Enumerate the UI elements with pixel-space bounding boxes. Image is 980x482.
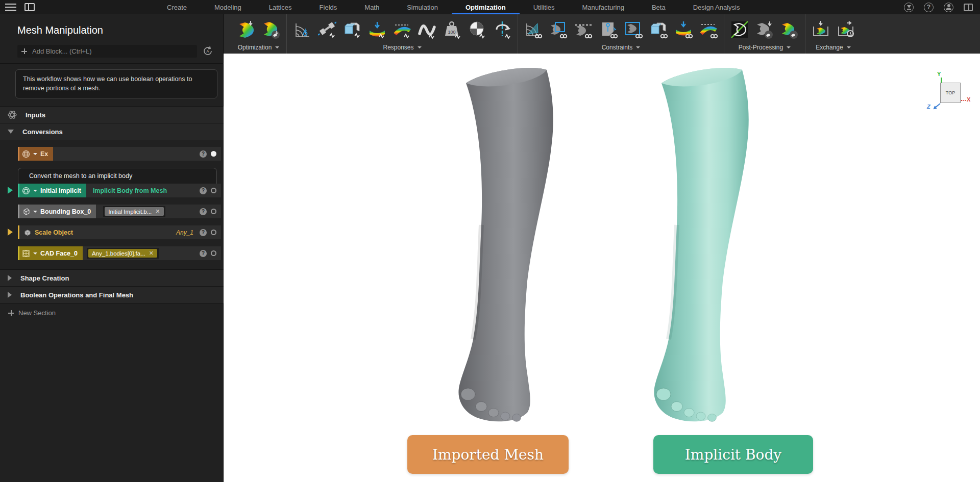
block-status-indicator[interactable] (211, 151, 216, 157)
threshold-result-icon[interactable] (754, 18, 775, 41)
stress-response-icon[interactable] (392, 18, 412, 41)
axis-x-label: X (967, 96, 970, 103)
view-cube[interactable]: TOP (940, 83, 961, 103)
imported-mesh-model[interactable] (447, 62, 569, 426)
moment-of-inertia-response-icon[interactable] (492, 18, 512, 41)
block-status-indicator[interactable] (211, 250, 216, 256)
divider (0, 63, 224, 64)
view-cube-face-label: TOP (946, 90, 955, 95)
remove-icon[interactable]: ✕ (155, 208, 160, 215)
hamburger-menu-icon[interactable] (5, 4, 16, 11)
layout-split-icon[interactable] (24, 3, 35, 11)
input-reference-chip[interactable]: Initial Implicit.b... ✕ (105, 207, 163, 216)
block-help-icon[interactable]: ? (200, 229, 207, 236)
chevron-down-icon (33, 211, 37, 213)
toolbar-dropdown-post-processing[interactable]: Post-Processing (729, 42, 800, 53)
toolbar-dropdown-responses[interactable]: Responses (292, 42, 512, 53)
chevron-down-icon (33, 190, 37, 192)
block-row-initial-implicit: Initial Implicit Implicit Body from Mesh… (18, 184, 221, 197)
notebook-title: Mesh Manipulation (0, 14, 223, 36)
viewport-canvas[interactable]: Imported Mesh Implicit Body TOP Y X Z (224, 54, 980, 482)
account-icon[interactable] (944, 3, 953, 12)
displacement-response-icon[interactable] (367, 18, 387, 41)
block-help-icon[interactable]: ? (200, 208, 207, 215)
extract-result-icon[interactable] (779, 18, 800, 41)
section-shape-creation[interactable]: Shape Creation (0, 269, 224, 287)
section-inputs[interactable]: Inputs (0, 106, 224, 123)
layout-panel-icon[interactable] (964, 4, 973, 11)
topology-optimization-icon[interactable] (236, 18, 256, 41)
overhang-constraint-icon[interactable] (548, 18, 569, 41)
initial-implicit-chip[interactable]: Initial Implicit (18, 184, 86, 197)
toolbar-group-responses: 100 Responses (286, 14, 518, 54)
menu-item-modeling[interactable]: Modeling (201, 0, 255, 14)
menu-item-design-analysis[interactable]: Design Analysis (679, 0, 754, 14)
center-of-gravity-response-icon[interactable] (467, 18, 487, 41)
notebook-sidebar: Mesh Manipulation Add Block... (Ctrl+L) … (0, 14, 224, 482)
conversions-blocks: Ex ? Convert the mesh to an implicit bod… (0, 140, 224, 269)
toolbar-dropdown-constraints[interactable]: Constraints (523, 42, 719, 53)
scale-object-chip[interactable]: Scale Object (19, 225, 78, 239)
frequency-response-icon[interactable] (417, 18, 437, 41)
remove-icon[interactable]: ✕ (149, 250, 154, 257)
input-reference-chip[interactable]: Any_1.bodies[0].fa... ✕ (88, 249, 157, 258)
import-optimization-icon[interactable] (811, 18, 831, 41)
add-block-input[interactable]: Add Block... (Ctrl+L) (17, 45, 197, 58)
menu-item-lattices[interactable]: Lattices (255, 0, 306, 14)
workflow-note: This workflow shows how we can use boole… (15, 69, 217, 98)
menu-item-optimization[interactable]: Optimization (452, 0, 520, 14)
toolbar-group-exchange: Exchange (805, 14, 861, 54)
mass-response-icon[interactable]: 100 (442, 18, 462, 41)
axis-y-line (941, 78, 942, 83)
implicit-body-model[interactable] (642, 62, 765, 426)
field-response-icon[interactable] (292, 18, 312, 41)
menu-item-fields[interactable]: Fields (306, 0, 351, 14)
run-block-icon[interactable] (8, 187, 13, 194)
tensile-response-icon[interactable] (317, 18, 337, 41)
new-section-button[interactable]: New Section (0, 303, 224, 317)
comment-block[interactable]: Convert the mesh to an implicit body (18, 168, 217, 184)
inputs-atom-icon (8, 110, 17, 119)
face-constraint-icon[interactable] (598, 18, 619, 41)
field-constraint-icon[interactable] (523, 18, 544, 41)
menu-item-math[interactable]: Math (351, 0, 393, 14)
block-help-icon[interactable]: ? (200, 250, 207, 257)
mesh-block-chip[interactable]: Ex (18, 147, 53, 161)
menu-item-manufacturing[interactable]: Manufacturing (569, 0, 638, 14)
volume-constraint-icon[interactable] (648, 18, 669, 41)
menu-item-create[interactable]: Create (153, 0, 201, 14)
download-icon[interactable] (904, 3, 914, 12)
displacement-constraint-icon[interactable] (673, 18, 694, 41)
run-block-icon[interactable] (8, 229, 13, 236)
toolbar-dropdown-optimization[interactable]: Optimization (236, 42, 281, 53)
block-status-indicator[interactable] (211, 230, 216, 235)
section-boolean-operations[interactable]: Boolean Operations and Final Mesh (0, 286, 224, 303)
menu-item-simulation[interactable]: Simulation (393, 0, 452, 14)
implicit-body-icon (22, 187, 30, 195)
volume-response-icon[interactable] (342, 18, 362, 41)
cad-face-chip[interactable]: CAD Face_0 (18, 246, 83, 260)
bounding-box-chip[interactable]: Bounding Box_0 (18, 205, 96, 218)
menu-item-utilities[interactable]: Utilities (520, 0, 569, 14)
toolbar-dropdown-exchange[interactable]: Exchange (811, 42, 856, 53)
help-icon[interactable]: ? (924, 3, 934, 12)
export-optimization-icon[interactable] (836, 18, 856, 41)
menu-item-beta[interactable]: Beta (638, 0, 679, 14)
axis-y-label: Y (937, 71, 941, 77)
block-status-indicator[interactable] (211, 209, 216, 214)
bounding-box-icon (22, 208, 30, 216)
smooth-result-icon[interactable] (729, 18, 750, 41)
refresh-icon[interactable]: A (202, 45, 213, 57)
collapse-icon (8, 130, 14, 134)
scale-object-icon (23, 229, 32, 237)
shell-constraint-icon[interactable] (623, 18, 644, 41)
section-conversions[interactable]: Conversions (0, 123, 224, 140)
chevron-down-icon (33, 252, 37, 255)
symmetry-constraint-icon[interactable] (573, 18, 594, 41)
svg-text:A: A (206, 49, 209, 54)
field-optimization-icon[interactable] (261, 18, 281, 41)
block-help-icon[interactable]: ? (200, 187, 207, 194)
stress-constraint-icon[interactable] (698, 18, 719, 41)
block-help-icon[interactable]: ? (200, 150, 207, 158)
block-status-indicator[interactable] (211, 188, 216, 193)
